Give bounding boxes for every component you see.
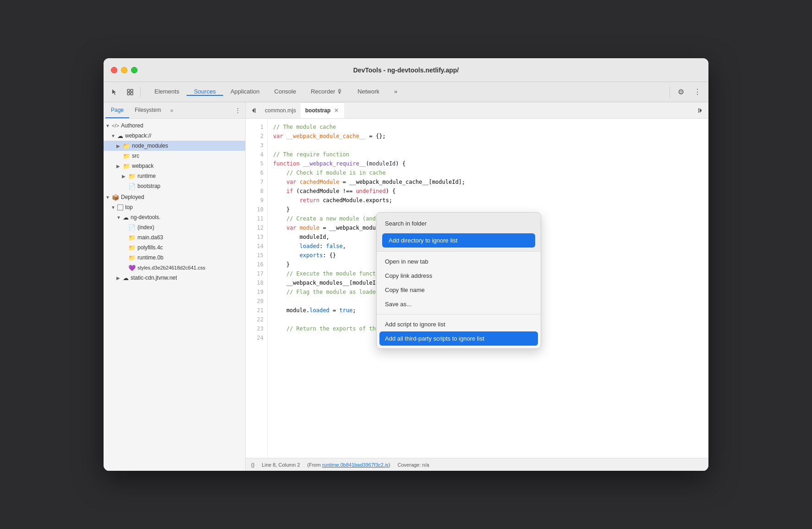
webpack-folder-icon: 📁: [123, 163, 130, 170]
tree-main[interactable]: 📁 main.da63: [104, 232, 245, 242]
tab-elements[interactable]: Elements: [147, 88, 187, 96]
tree-bootstrap[interactable]: 📄 bootstrap: [104, 181, 245, 191]
tab-application[interactable]: Application: [223, 88, 267, 96]
line-number: 4: [246, 150, 263, 159]
tab-more[interactable]: »: [387, 88, 405, 96]
context-menu-mid-section: Open in new tab Copy link address Copy f…: [377, 252, 541, 314]
devtools-window: DevTools - ng-devtools.netlify.app/ Elem…: [104, 58, 708, 471]
line-number: 20: [246, 297, 263, 306]
editor-collapse-icon[interactable]: [694, 104, 707, 117]
svg-rect-7: [698, 108, 699, 113]
status-position: Line 8, Column 2: [262, 462, 300, 468]
svg-marker-4: [252, 108, 254, 113]
ctx-copy-link[interactable]: Copy link address: [379, 269, 538, 283]
status-brackets: {}: [251, 462, 254, 468]
sidebar-tab-page[interactable]: Page: [105, 102, 129, 118]
main-toolbar: Elements Sources Application Console Rec…: [104, 82, 708, 102]
ctx-copy-file-name[interactable]: Copy file name: [379, 283, 538, 297]
toolbar-divider-2: [669, 87, 670, 98]
tab-sources[interactable]: Sources: [187, 88, 223, 96]
line-number: 9: [246, 196, 263, 205]
traffic-lights: [111, 67, 137, 73]
main-content: Page Filesystem » ⋮ ▼ </> Authored: [104, 102, 708, 471]
toolbar-divider: [140, 87, 141, 98]
editor-back-icon[interactable]: [247, 104, 260, 117]
tree-runtime[interactable]: ▶ 📁 runtime: [104, 171, 245, 181]
line-number: 19: [246, 287, 263, 297]
sidebar-tab-bar: Page Filesystem » ⋮: [104, 102, 245, 119]
context-menu-bottom-section: Add script to ignore list Add all third-…: [377, 314, 541, 348]
sidebar-tab-filesystem[interactable]: Filesystem: [129, 102, 166, 118]
ctx-search-in-folder[interactable]: Search in folder: [379, 216, 538, 231]
tree-arrow-static-cdn: ▶: [116, 276, 123, 281]
top-icon: [117, 204, 123, 210]
editor-tab-common[interactable]: common.mjs: [260, 102, 301, 118]
line-number: 12: [246, 223, 263, 232]
tab-recorder[interactable]: Recorder 🎙: [303, 88, 350, 96]
tree-ng-devtools[interactable]: ▼ ☁ ng-devtools.: [104, 212, 245, 222]
maximize-button[interactable]: [131, 67, 137, 73]
tree-node-modules[interactable]: ▶ 📁 node_modules: [104, 141, 245, 151]
tree-arrow-top: ▼: [111, 205, 117, 210]
tree-styles[interactable]: 💜 styles.d3e2b24618d2c641.css: [104, 263, 245, 273]
minimize-button[interactable]: [121, 67, 127, 73]
tree-index[interactable]: 📄 (index): [104, 222, 245, 232]
tab-console[interactable]: Console: [267, 88, 304, 96]
sidebar-tab-more[interactable]: »: [168, 107, 175, 114]
sidebar: Page Filesystem » ⋮ ▼ </> Authored: [104, 102, 246, 471]
polyfills-file-icon: 📁: [128, 244, 136, 251]
svg-rect-1: [131, 89, 133, 92]
cursor-tool-icon[interactable]: [107, 85, 122, 99]
ctx-save-as[interactable]: Save as...: [379, 297, 538, 311]
settings-icon[interactable]: ⚙: [674, 85, 688, 99]
status-from-link[interactable]: runtime.0b841bad3967f3c2.js: [322, 462, 389, 468]
tree-webpack-folder-inner[interactable]: ▶ 📁 webpack: [104, 161, 245, 171]
context-menu[interactable]: Search in folder Add directory to ignore…: [376, 212, 541, 349]
tree-arrow-deployed: ▼: [105, 195, 112, 200]
tree-arrow-ng-devtools: ▼: [116, 215, 123, 220]
svg-rect-3: [131, 93, 133, 95]
line-number: 3: [246, 141, 263, 150]
inspect-icon[interactable]: [123, 85, 137, 99]
tree-arrow-runtime: ▶: [122, 174, 128, 179]
tree-src[interactable]: 📁 src: [104, 151, 245, 161]
svg-rect-2: [127, 93, 130, 95]
tree-top[interactable]: ▼ top: [104, 202, 245, 212]
line-number: 2: [246, 132, 263, 141]
close-button[interactable]: [111, 67, 117, 73]
line-number: 5: [246, 159, 263, 168]
code-line: var cachedModule = __webpack_module_cach…: [273, 177, 703, 187]
tree-runtime-file[interactable]: 📁 runtime.0b: [104, 253, 245, 263]
more-options-icon[interactable]: ⋮: [690, 85, 705, 99]
ctx-add-all-third-party[interactable]: Add all third-party scripts to ignore li…: [379, 331, 538, 346]
status-from: (From runtime.0b841bad3967f3c2.js): [307, 462, 390, 468]
line-number: 10: [246, 205, 263, 214]
line-number: 17: [246, 269, 263, 278]
editor-tab-close-icon[interactable]: ✕: [333, 107, 340, 114]
tree-arrow-node-modules: ▶: [116, 143, 123, 149]
sidebar-more-icon[interactable]: ⋮: [232, 105, 243, 116]
ctx-add-script[interactable]: Add script to ignore list: [379, 317, 538, 331]
code-line: return cachedModule.exports;: [273, 196, 703, 205]
line-number: 6: [246, 168, 263, 177]
tree-deployed-section[interactable]: ▼ 📦 Deployed: [104, 192, 245, 202]
tree-authored-section[interactable]: ▼ </> Authored: [104, 121, 245, 131]
tree-static-cdn[interactable]: ▶ ☁ static-cdn.jtvnw.net: [104, 273, 245, 283]
tree-polyfills[interactable]: 📁 polyfills.4c: [104, 242, 245, 253]
editor-tab-bootstrap[interactable]: bootstrap ✕: [301, 102, 344, 118]
svg-rect-0: [127, 89, 130, 92]
main-tab-bar: Elements Sources Application Console Rec…: [147, 88, 667, 96]
ctx-add-directory-btn[interactable]: Add directory to ignore list: [382, 233, 535, 248]
context-menu-top-section: Search in folder Add directory to ignore…: [377, 213, 541, 252]
code-line: var __webpack_module_cache__ = {};: [273, 132, 703, 141]
editor-tab-right-actions: [694, 104, 707, 117]
line-number: 11: [246, 214, 263, 223]
editor-area: common.mjs bootstrap ✕ 12345678910111213…: [246, 102, 708, 471]
tree-webpack-folder[interactable]: ▼ ☁ webpack://: [104, 131, 245, 141]
line-number: 13: [246, 232, 263, 242]
line-number: 1: [246, 122, 263, 132]
ctx-open-new-tab[interactable]: Open in new tab: [379, 254, 538, 269]
svg-rect-5: [255, 108, 256, 113]
node-modules-icon: 📁: [123, 143, 130, 149]
tab-network[interactable]: Network: [350, 88, 387, 96]
